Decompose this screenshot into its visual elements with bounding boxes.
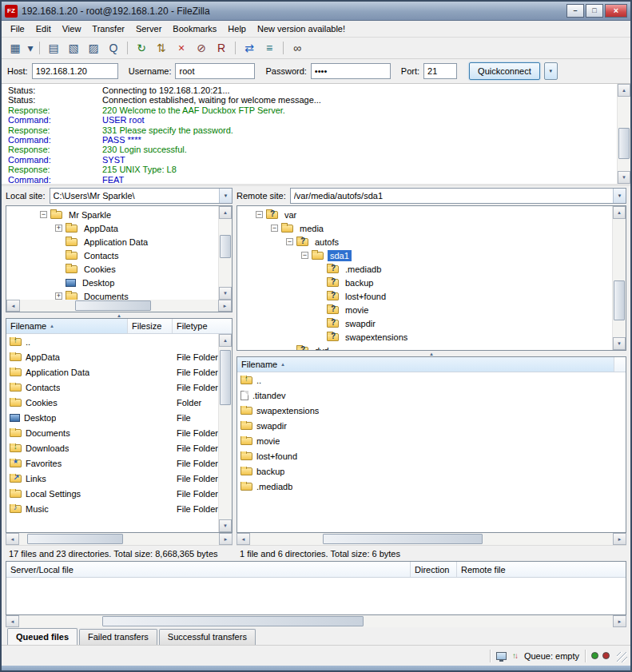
tree-item[interactable]: lost+found — [237, 289, 611, 303]
toggle-queue-button[interactable]: Q — [104, 39, 123, 57]
password-input[interactable] — [311, 63, 391, 79]
scroll-left-button[interactable] — [237, 533, 250, 545]
Desktop[interactable]: Desktop File — [6, 410, 218, 425]
tree-item[interactable]: .mediadb — [237, 262, 611, 276]
directory-comparison-button[interactable]: ⇄ — [240, 39, 259, 57]
reconnect-button[interactable]: R — [212, 39, 231, 57]
expander-icon[interactable] — [256, 211, 263, 218]
log-vertical-scrollbar[interactable] — [617, 84, 630, 184]
scrollbar-thumb[interactable] — [323, 534, 483, 544]
tree-item[interactable]: backup — [237, 276, 611, 289]
tree-item[interactable]: Contacts — [6, 249, 217, 262]
tree-item[interactable]: autofs — [237, 235, 611, 249]
swapextensions[interactable]: swapextensions — [237, 403, 626, 418]
local-list-horizontal-scrollbar[interactable] — [6, 533, 233, 545]
Favorites[interactable]: Favorites File Folder — [6, 455, 218, 471]
scroll-down-button[interactable] — [219, 519, 232, 532]
Cookies[interactable]: Cookies Folder — [6, 395, 218, 410]
..[interactable]: .. — [6, 334, 218, 349]
tree-item[interactable]: AppData — [6, 221, 217, 235]
scroll-down-button[interactable] — [613, 337, 626, 350]
scroll-up-button[interactable] — [613, 206, 626, 219]
movie[interactable]: movie — [237, 433, 626, 448]
scroll-up-button[interactable] — [219, 334, 232, 347]
column-header-filename[interactable]: Filename — [237, 357, 614, 372]
scrollbar-thumb[interactable] — [220, 350, 231, 405]
expander-icon[interactable] — [55, 225, 62, 232]
Local Settings[interactable]: Local Settings File Folder — [6, 486, 218, 501]
tree-item[interactable]: swapdir — [237, 316, 611, 330]
minimize-button[interactable] — [566, 4, 584, 18]
toggle-remote-tree-button[interactable]: ▨ — [84, 39, 103, 57]
speed-limit-icon[interactable] — [496, 652, 507, 660]
Music[interactable]: Music File Folder — [6, 501, 218, 516]
resize-grip-icon[interactable] — [617, 652, 627, 662]
column-header-server-local-file[interactable]: Server/Local file — [6, 562, 411, 577]
.titandev[interactable]: .titandev — [237, 388, 626, 403]
expander-icon[interactable] — [301, 252, 308, 259]
scroll-up-button[interactable] — [618, 84, 630, 97]
column-header-filename[interactable]: Filename — [6, 319, 128, 333]
Links[interactable]: Links File Folder — [6, 471, 218, 486]
Contacts[interactable]: Contacts File Folder — [6, 380, 218, 395]
refresh-button[interactable]: ↻ — [132, 39, 151, 57]
tree-item[interactable]: var — [237, 208, 611, 221]
expander-icon[interactable] — [40, 211, 47, 218]
local-site-combo[interactable]: C:\Users\Mr Sparkle\ — [50, 188, 233, 204]
scroll-right-button[interactable] — [613, 615, 626, 627]
cancel-button[interactable]: × — [172, 39, 191, 57]
tree-item[interactable]: Mr Sparkle — [6, 208, 217, 221]
remote-list-horizontal-scrollbar[interactable] — [237, 533, 626, 545]
scroll-up-button[interactable] — [219, 206, 232, 219]
local-list-vertical-scrollbar[interactable] — [218, 334, 232, 532]
scroll-left-button[interactable] — [6, 300, 20, 312]
tree-item[interactable]: sda1 — [237, 249, 611, 262]
scrollbar-thumb[interactable] — [614, 280, 625, 320]
scroll-right-button[interactable] — [219, 533, 233, 545]
tree-item[interactable]: movie — [237, 303, 611, 316]
menu-item[interactable]: File — [5, 22, 30, 36]
scrollbar-thumb[interactable] — [27, 534, 123, 544]
scrollbar-thumb[interactable] — [618, 128, 630, 159]
column-header-filetype[interactable]: Filetype — [173, 319, 232, 333]
lost+found[interactable]: lost+found — [237, 448, 626, 463]
scroll-right-button[interactable] — [613, 533, 626, 545]
menu-item[interactable]: Edit — [30, 22, 57, 36]
AppData[interactable]: AppData File Folder — [6, 349, 218, 364]
site-manager-button[interactable]: ▦ — [6, 39, 25, 57]
quickconnect-button[interactable]: Quickconnect — [469, 62, 540, 80]
process-queue-button[interactable]: ⇅ — [152, 39, 171, 57]
disconnect-button[interactable]: ⊘ — [192, 39, 211, 57]
local-tree-horizontal-scrollbar[interactable] — [6, 300, 232, 312]
tree-item[interactable]: Desktop — [6, 276, 217, 289]
swapdir[interactable]: swapdir — [237, 418, 626, 433]
tree-item[interactable]: Application Data — [6, 235, 217, 249]
scroll-right-button[interactable] — [218, 300, 232, 312]
toggle-local-tree-button[interactable]: ▧ — [64, 39, 83, 57]
Downloads[interactable]: Downloads File Folder — [6, 440, 218, 455]
tree-item[interactable]: swapextensions — [237, 330, 611, 344]
menu-item[interactable]: New version available! — [252, 22, 351, 36]
remote-site-combo[interactable]: /var/media/autofs/sda1 — [290, 188, 626, 204]
..[interactable]: .. — [237, 372, 626, 388]
chevron-down-icon[interactable] — [613, 189, 626, 203]
.mediadb[interactable]: .mediadb — [237, 479, 626, 494]
scroll-down-button[interactable] — [618, 171, 630, 184]
expander-icon[interactable] — [271, 225, 278, 232]
column-header-filesize[interactable]: Filesize — [128, 319, 173, 333]
expander-icon[interactable] — [55, 292, 62, 300]
local-tree-vertical-scrollbar[interactable] — [218, 206, 232, 300]
local-horizontal-splitter[interactable] — [6, 312, 233, 318]
column-header-remote-file[interactable]: Remote file — [457, 562, 626, 577]
username-input[interactable] — [175, 63, 255, 79]
remote-tree-vertical-scrollbar[interactable] — [612, 206, 626, 350]
scroll-down-button[interactable] — [219, 287, 232, 300]
tab[interactable]: Failed transfers — [79, 629, 157, 645]
sync-browsing-button[interactable]: ≡ — [260, 39, 279, 57]
tree-item[interactable]: media — [237, 221, 611, 235]
menu-item[interactable]: View — [57, 22, 87, 36]
tree-item[interactable]: dvd — [237, 344, 611, 350]
scroll-left-button[interactable] — [6, 615, 19, 627]
port-input[interactable] — [423, 63, 457, 79]
host-input[interactable] — [32, 63, 118, 79]
